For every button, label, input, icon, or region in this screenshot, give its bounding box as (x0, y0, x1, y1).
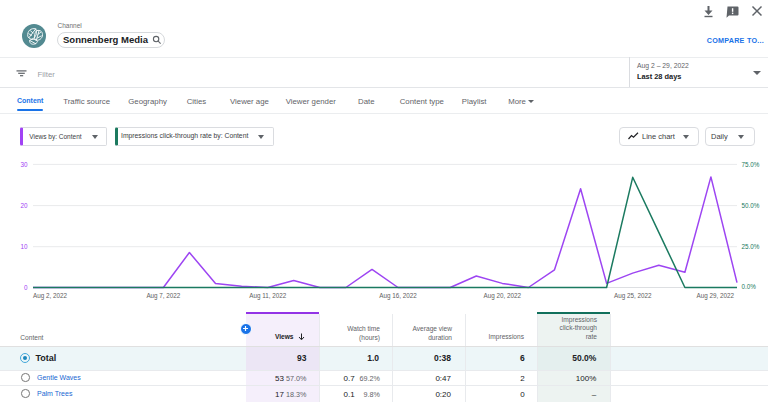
svg-text:0: 0 (24, 284, 28, 291)
svg-text:Aug 25, 2022: Aug 25, 2022 (614, 292, 652, 300)
svg-text:Aug 29, 2022: Aug 29, 2022 (697, 292, 735, 300)
svg-text:20: 20 (20, 202, 28, 209)
svg-text:0.0%: 0.0% (742, 283, 757, 290)
svg-text:Aug 11, 2022: Aug 11, 2022 (249, 292, 286, 300)
svg-text:25.0%: 25.0% (742, 243, 760, 250)
svg-text:10: 10 (20, 243, 28, 250)
svg-text:30: 30 (20, 161, 28, 168)
svg-text:Aug 20, 2022: Aug 20, 2022 (484, 292, 522, 300)
svg-text:75.0%: 75.0% (742, 161, 760, 168)
svg-text:Aug 16, 2022: Aug 16, 2022 (379, 292, 417, 300)
svg-text:50.0%: 50.0% (742, 202, 760, 209)
svg-text:Aug 7, 2022: Aug 7, 2022 (146, 292, 180, 300)
svg-text:Aug 2, 2022: Aug 2, 2022 (33, 292, 67, 300)
